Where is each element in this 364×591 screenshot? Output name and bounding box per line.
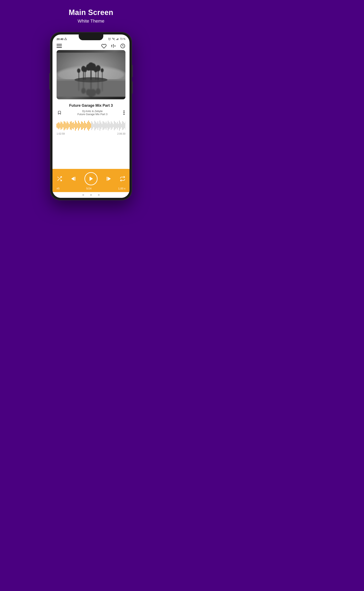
nav-dot-3 (98, 194, 100, 196)
svg-marker-57 (90, 177, 93, 181)
album-art-container (57, 50, 125, 99)
svg-rect-3 (117, 39, 117, 40)
bottom-nav (52, 192, 130, 198)
svg-rect-5 (118, 38, 118, 40)
svg-rect-8 (57, 47, 62, 48)
playback-speed: 1,00 x (118, 187, 125, 190)
player-meta: #5 5/24 1,00 x (57, 185, 125, 190)
favorites-button[interactable] (101, 43, 107, 48)
time-total: 2:06:30 (117, 132, 125, 135)
svg-point-49 (124, 111, 125, 112)
repeat-icon (120, 176, 125, 181)
more-icon (124, 110, 125, 115)
menu-button[interactable] (57, 44, 62, 48)
svg-marker-58 (108, 177, 111, 181)
power-button (132, 65, 133, 77)
track-position: 5/24 (86, 187, 91, 190)
sleep-timer-button[interactable] (120, 43, 125, 48)
prev-icon (71, 176, 76, 181)
svg-line-54 (58, 177, 59, 178)
svg-point-50 (124, 112, 125, 113)
track-number: #5 (57, 187, 59, 190)
next-icon (106, 176, 111, 181)
player-controls (57, 172, 125, 185)
bookmark-button[interactable] (57, 109, 62, 116)
hamburger-icon (57, 44, 62, 48)
album-art-svg (57, 50, 125, 99)
svg-point-51 (124, 114, 125, 115)
app-toolbar (52, 42, 130, 50)
waveform-container[interactable] (52, 118, 130, 132)
svg-rect-48 (57, 53, 125, 97)
waveform[interactable] (57, 120, 125, 131)
bookmark-icon (57, 110, 61, 115)
volume-left-button (49, 73, 50, 89)
heart-icon (101, 43, 107, 48)
svg-rect-4 (117, 39, 117, 40)
more-options-button[interactable] (123, 109, 125, 116)
next-button[interactable] (106, 176, 111, 181)
shuffle-button[interactable] (57, 176, 62, 181)
nav-dot-2 (90, 194, 92, 196)
status-icons: 73 % (108, 38, 125, 40)
wifi-icon (112, 38, 115, 40)
nav-dot-1 (82, 194, 84, 196)
status-time: 20:40 (57, 38, 67, 41)
clock-icon (120, 43, 125, 48)
svg-rect-56 (75, 177, 75, 181)
track-album: Future Garage Mix Part 3 (62, 113, 123, 116)
track-artist: Dj Antiz & Zebyte (62, 110, 123, 113)
equalizer-icon (111, 43, 116, 48)
track-row: Dj Antiz & Zebyte Future Garage Mix Part… (57, 108, 125, 117)
svg-rect-7 (57, 46, 62, 46)
equalizer-button[interactable] (111, 43, 116, 48)
svg-rect-6 (57, 44, 62, 45)
play-button[interactable] (84, 172, 98, 185)
shuffle-icon (57, 176, 62, 181)
alert-icon (64, 38, 67, 40)
player-bar: #5 5/24 1,00 x (52, 169, 130, 192)
album-art (57, 50, 125, 99)
prev-button[interactable] (71, 176, 76, 181)
time-row: 1:02:59 2:06:30 (52, 132, 130, 136)
play-icon (88, 176, 94, 181)
track-info: Future Garage Mix Part 3 Dj Antiz & Zeby… (52, 102, 130, 118)
phone-notch (79, 34, 103, 40)
volume-button (132, 81, 133, 94)
svg-marker-55 (71, 177, 74, 181)
phone-screen: 20:40 73 % (52, 34, 130, 198)
toolbar-right (101, 43, 125, 48)
phone-mockup: 20:40 73 % (50, 32, 132, 200)
time-current: 1:02:59 (57, 132, 65, 135)
alarm-icon (108, 38, 111, 40)
page-title: Main Screen (69, 8, 113, 17)
track-title: Future Garage Mix Part 3 (57, 103, 125, 108)
repeat-button[interactable] (120, 176, 125, 181)
signal-icon (116, 38, 119, 40)
svg-rect-59 (107, 177, 108, 181)
page-subtitle: White Theme (69, 19, 113, 24)
battery-text: 73 % (120, 38, 125, 40)
